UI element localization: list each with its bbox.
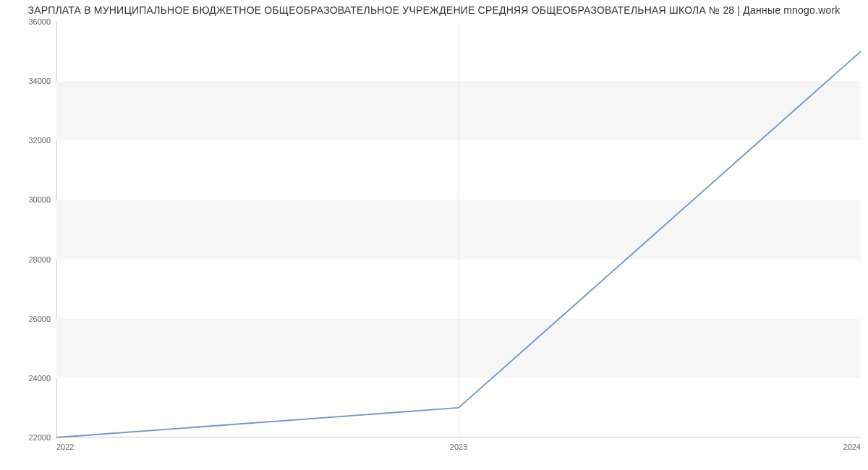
chart-svg <box>56 22 861 437</box>
x-tick-label: 2023 <box>450 443 467 451</box>
plot-area <box>56 22 861 437</box>
y-tick-label: 24000 <box>7 374 51 383</box>
chart-title: ЗАРПЛАТА В МУНИЦИПАЛЬНОЕ БЮДЖЕТНОЕ ОБЩЕО… <box>0 4 868 16</box>
x-tick-label: 2024 <box>843 443 861 451</box>
chart-container: ЗАРПЛАТА В МУНИЦИПАЛЬНОЕ БЮДЖЕТНОЕ ОБЩЕО… <box>0 0 868 470</box>
y-tick-label: 34000 <box>7 77 51 85</box>
y-tick-label: 26000 <box>7 315 51 323</box>
y-tick-label: 30000 <box>7 195 51 204</box>
y-tick-label: 36000 <box>7 17 51 26</box>
line-series <box>56 51 861 437</box>
y-tick-label: 32000 <box>7 136 51 145</box>
x-tick-label: 2022 <box>56 443 74 451</box>
y-tick-label: 28000 <box>7 255 51 264</box>
y-tick-label: 22000 <box>7 433 51 442</box>
